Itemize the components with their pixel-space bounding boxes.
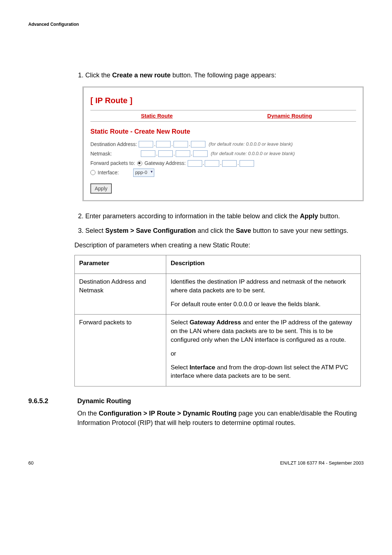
desc-2b: Select Interface and from the drop-down … — [171, 363, 356, 381]
param-2: Forward packets to — [75, 315, 166, 386]
step2-post: button. — [318, 212, 340, 220]
dest-octet-1[interactable] — [139, 141, 153, 147]
step2-bold: Apply — [300, 212, 318, 220]
apply-button[interactable]: Apply — [90, 183, 112, 194]
step3-post: button to save your new settings. — [251, 227, 348, 234]
steps-list: Click the Create a new route button. The… — [77, 70, 364, 235]
radio-gateway[interactable] — [137, 161, 142, 166]
step-1: Click the Create a new route button. The… — [85, 70, 364, 201]
desc-2: Select Gateway Address and enter the IP … — [166, 315, 361, 386]
step3-mid: and click the — [196, 227, 236, 234]
step1-post: button. The following page appears: — [171, 72, 276, 79]
section-number: 9.6.5.2 — [28, 397, 77, 405]
netmask-octet-4[interactable] — [193, 150, 208, 157]
th-parameter: Parameter — [75, 255, 166, 274]
table-row: Forward packets to Select Gateway Addres… — [75, 315, 361, 386]
desc-1a: Identifies the destination IP address an… — [171, 278, 356, 295]
gw-octet-4[interactable] — [240, 160, 254, 167]
step1-bold: Create a new route — [112, 72, 171, 79]
shot-title: [ IP Route ] — [90, 95, 356, 106]
step-2: Enter parameters according to informatio… — [85, 211, 364, 221]
step-3: Select System > Save Configuration and c… — [85, 226, 364, 235]
step1-pre: Click the — [85, 72, 112, 79]
shot-subtitle: Static Route - Create New Route — [90, 127, 356, 136]
dest-octet-4[interactable] — [191, 141, 205, 147]
tab-row: Static Route Dynamic Routing — [90, 110, 356, 122]
step3-bold1: System > Save Configuration — [105, 227, 196, 234]
netmask-hint: (for default route: 0.0.0.0 or leave bla… — [211, 150, 295, 157]
th-description: Description — [166, 255, 361, 274]
interface-select[interactable]: ppp-0 — [133, 169, 154, 177]
section-title: Dynamic Routing — [77, 397, 131, 405]
gw-octet-2[interactable] — [205, 160, 219, 167]
desc-2a: Select Gateway Address and enter the IP … — [171, 318, 356, 344]
netmask-octet-2[interactable] — [158, 150, 173, 157]
step3-pre: Select — [85, 227, 105, 234]
dest-address-label: Destination Address: — [90, 141, 137, 148]
footer: 60 EN/LZT 108 6377 R4 - September 2003 — [28, 460, 364, 466]
table-row: Destination Address and Netmask Identifi… — [75, 274, 361, 314]
netmask-octet-3[interactable] — [176, 150, 190, 157]
dest-hint: (for default route: 0.0.0.0 or leave bla… — [209, 141, 293, 148]
desc-1b: For default route enter 0.0.0.0 or leave… — [171, 300, 356, 309]
param-table: Parameter Description Destination Addres… — [74, 255, 361, 386]
desc-2-or: or — [171, 349, 356, 358]
step3-bold2: Save — [236, 227, 251, 234]
netmask-label: Netmask: — [90, 150, 112, 157]
netmask-octet-1[interactable] — [141, 150, 155, 157]
dest-octet-2[interactable] — [156, 141, 171, 147]
tab-dynamic-routing[interactable]: Dynamic Routing — [223, 110, 356, 121]
radio-interface[interactable] — [90, 170, 95, 175]
step2-pre: Enter parameters according to informatio… — [85, 212, 300, 220]
dest-octet-3[interactable] — [173, 141, 188, 147]
forward-label: Forward packets to: — [90, 159, 135, 167]
desc-1: Identifies the destination IP address an… — [166, 274, 361, 314]
gw-octet-3[interactable] — [222, 160, 237, 167]
param-1: Destination Address and Netmask — [75, 274, 166, 314]
section-body: On the Configuration > IP Route > Dynami… — [77, 409, 364, 428]
tab-static-route[interactable]: Static Route — [90, 110, 223, 121]
ip-route-screenshot: [ IP Route ] Static Route Dynamic Routin… — [82, 86, 364, 201]
gw-octet-1[interactable] — [188, 160, 202, 167]
page-number: 60 — [28, 460, 33, 466]
gateway-label: Gateway Address: — [144, 159, 186, 167]
header-section: Advanced Configuration — [28, 22, 364, 27]
interface-label: Interface: — [98, 169, 119, 176]
desc-intro: Description of parameters when creating … — [74, 240, 364, 250]
doc-id: EN/LZT 108 6377 R4 - September 2003 — [280, 460, 364, 466]
